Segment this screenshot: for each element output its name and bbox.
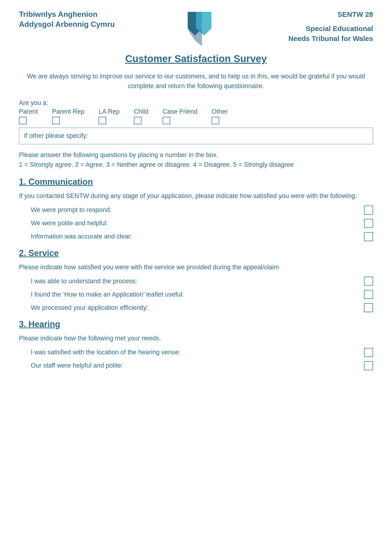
question-row-s0-q2: Information was accurate and clear: (19, 232, 373, 241)
answer-box-s1-q2[interactable] (364, 303, 373, 312)
section-title-2: 3. Hearing (19, 319, 373, 329)
role-item-parent-rep: Parent Rep (52, 108, 85, 124)
role-checkbox-4[interactable] (163, 117, 170, 124)
scale-text: 1 = Strongly agree. 2 = Agree. 3 = Neith… (19, 161, 373, 168)
other-specify-label: If other please specify: (24, 132, 88, 139)
role-item-other: Other (212, 108, 228, 124)
question-text-s1-q1: I found the ‘How to make an Application’… (31, 291, 355, 298)
english-name-line1: Special Educational (288, 24, 373, 34)
question-row-s1-q2: We processed your application efficientl… (19, 303, 373, 312)
section-2: 2. ServicePlease indicate how satisfied … (19, 248, 373, 312)
sections-container: 1. CommunicationIf you contacted SENTW d… (19, 177, 373, 370)
role-item-child: Child (134, 108, 149, 124)
section-intro-2: Please indicate how the following met yo… (19, 333, 373, 343)
question-text-s0-q2: Information was accurate and clear: (31, 233, 355, 240)
sentw-ref: SENTW 28 (337, 9, 373, 19)
section-intro-0: If you contacted SENTW during any stage … (19, 191, 373, 201)
question-row-s1-q1: I found the ‘How to make an Application’… (19, 290, 373, 299)
role-item-la-rep: LA Rep (98, 108, 120, 124)
question-text-s0-q1: We were polite and helpful: (31, 220, 355, 227)
answer-box-s0-q0[interactable] (364, 206, 373, 215)
role-item-parent: Parent (19, 108, 38, 124)
are-you-section: Are you a: ParentParent RepLA RepChildCa… (19, 99, 373, 124)
section-1: 1. CommunicationIf you contacted SENTW d… (19, 177, 373, 241)
welsh-name-line1: Tribiwnlys Anghenion (19, 9, 115, 19)
header: Tribiwnlys Anghenion Addysgol Arbennig C… (19, 9, 373, 44)
question-row-s0-q1: We were polite and helpful: (19, 219, 373, 228)
answer-box-s2-q1[interactable] (364, 361, 373, 370)
are-you-label: Are you a: (19, 99, 373, 107)
answer-box-s0-q1[interactable] (364, 219, 373, 228)
section-title-1: 2. Service (19, 248, 373, 258)
intro-text: We are always striving to improve our se… (19, 71, 373, 91)
answer-box-s1-q1[interactable] (364, 290, 373, 299)
role-label-2: LA Rep (98, 108, 120, 115)
role-item-case-friend: Case Friend (163, 108, 197, 124)
role-label-1: Parent Rep (52, 108, 85, 115)
role-checkbox-1[interactable] (52, 117, 60, 124)
role-label-3: Child (134, 108, 149, 115)
role-label-4: Case Friend (163, 108, 197, 115)
other-specify-box: If other please specify: (19, 128, 373, 144)
role-checkbox-0[interactable] (19, 117, 27, 124)
role-checkbox-row: ParentParent RepLA RepChildCase FriendOt… (19, 108, 373, 124)
role-checkbox-3[interactable] (134, 117, 141, 124)
question-text-s2-q0: I was satisfied with the location of the… (31, 349, 355, 356)
header-left: Tribiwnlys Anghenion Addysgol Arbennig C… (19, 9, 115, 29)
role-checkbox-5[interactable] (212, 117, 219, 124)
section-title-0: 1. Communication (19, 177, 373, 187)
logo-center (181, 9, 211, 49)
question-row-s2-q1: Our staff were helpful and polite: (19, 361, 373, 370)
answer-box-s2-q0[interactable] (364, 348, 373, 357)
page-title: Customer Satisfaction Survey (19, 53, 373, 64)
role-label-5: Other (212, 108, 228, 115)
answer-box-s0-q2[interactable] (364, 232, 373, 241)
question-text-s1-q0: I was able to understand the process: (31, 277, 355, 285)
question-row-s2-q0: I was satisfied with the location of the… (19, 348, 373, 357)
question-text-s1-q2: We processed your application efficientl… (31, 304, 355, 312)
role-label-0: Parent (19, 108, 38, 115)
role-checkbox-2[interactable] (98, 117, 106, 124)
welsh-name-line2: Addysgol Arbennig Cymru (19, 19, 115, 29)
svg-marker-2 (188, 30, 202, 46)
section-intro-1: Please indicate how satisfied you were w… (19, 263, 373, 272)
question-text-s2-q1: Our staff were helpful and polite: (31, 362, 355, 369)
instructions: Please answer the following questions by… (19, 151, 373, 159)
question-row-s1-q0: I was able to understand the process: (19, 277, 373, 286)
logo-icon (181, 9, 211, 47)
header-right: SENTW 28 Special Educational Needs Tribu… (288, 9, 373, 44)
answer-box-s1-q0[interactable] (364, 277, 373, 286)
section-3: 3. HearingPlease indicate how the follow… (19, 319, 373, 370)
question-text-s0-q0: We were prompt to respond: (31, 206, 355, 214)
english-name-line2: Needs Tribunal for Wales (288, 34, 373, 44)
question-row-s0-q0: We were prompt to respond: (19, 206, 373, 215)
